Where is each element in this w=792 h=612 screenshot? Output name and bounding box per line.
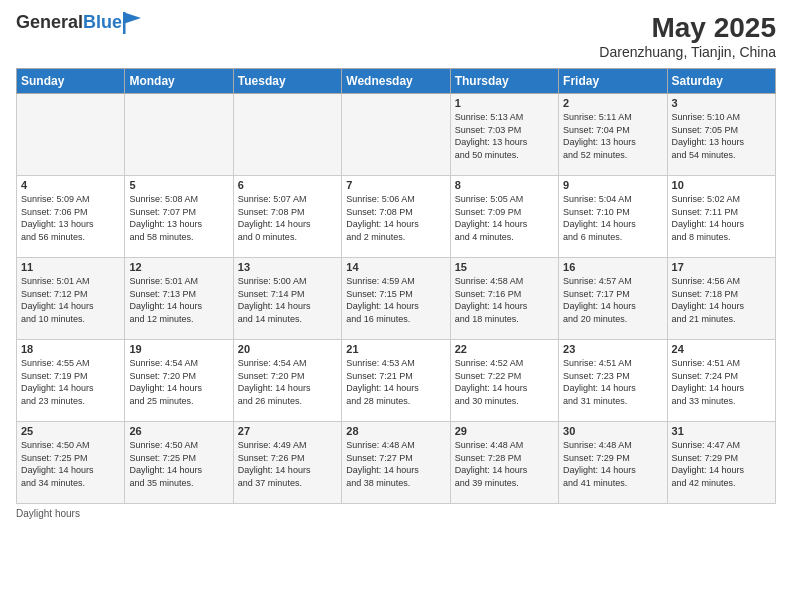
cell-info: Sunrise: 5:08 AMSunset: 7:07 PMDaylight:… (129, 193, 228, 243)
cell-info: Sunrise: 4:49 AMSunset: 7:26 PMDaylight:… (238, 439, 337, 489)
location: Darenzhuang, Tianjin, China (599, 44, 776, 60)
day-number: 1 (455, 97, 554, 109)
day-number: 26 (129, 425, 228, 437)
weekday-header-sunday: Sunday (17, 69, 125, 94)
title-block: May 2025 Darenzhuang, Tianjin, China (599, 12, 776, 60)
weekday-header-tuesday: Tuesday (233, 69, 341, 94)
weekday-header-monday: Monday (125, 69, 233, 94)
day-number: 16 (563, 261, 662, 273)
cell-info: Sunrise: 4:58 AMSunset: 7:16 PMDaylight:… (455, 275, 554, 325)
cell-info: Sunrise: 5:11 AMSunset: 7:04 PMDaylight:… (563, 111, 662, 161)
month-year: May 2025 (599, 12, 776, 44)
day-cell-17: 17Sunrise: 4:56 AMSunset: 7:18 PMDayligh… (667, 258, 775, 340)
cell-info: Sunrise: 5:05 AMSunset: 7:09 PMDaylight:… (455, 193, 554, 243)
day-cell-13: 13Sunrise: 5:00 AMSunset: 7:14 PMDayligh… (233, 258, 341, 340)
cell-info: Sunrise: 4:54 AMSunset: 7:20 PMDaylight:… (238, 357, 337, 407)
day-cell-7: 7Sunrise: 5:06 AMSunset: 7:08 PMDaylight… (342, 176, 450, 258)
logo-flag-icon (123, 12, 141, 34)
cell-info: Sunrise: 5:06 AMSunset: 7:08 PMDaylight:… (346, 193, 445, 243)
cell-info: Sunrise: 4:56 AMSunset: 7:18 PMDaylight:… (672, 275, 771, 325)
empty-cell (342, 94, 450, 176)
day-number: 10 (672, 179, 771, 191)
day-cell-5: 5Sunrise: 5:08 AMSunset: 7:07 PMDaylight… (125, 176, 233, 258)
day-cell-15: 15Sunrise: 4:58 AMSunset: 7:16 PMDayligh… (450, 258, 558, 340)
day-number: 21 (346, 343, 445, 355)
cell-info: Sunrise: 4:50 AMSunset: 7:25 PMDaylight:… (129, 439, 228, 489)
cell-info: Sunrise: 4:55 AMSunset: 7:19 PMDaylight:… (21, 357, 120, 407)
day-cell-19: 19Sunrise: 4:54 AMSunset: 7:20 PMDayligh… (125, 340, 233, 422)
day-number: 20 (238, 343, 337, 355)
day-cell-27: 27Sunrise: 4:49 AMSunset: 7:26 PMDayligh… (233, 422, 341, 504)
weekday-header-saturday: Saturday (667, 69, 775, 94)
svg-marker-0 (123, 12, 141, 24)
day-cell-3: 3Sunrise: 5:10 AMSunset: 7:05 PMDaylight… (667, 94, 775, 176)
week-row-2: 4Sunrise: 5:09 AMSunset: 7:06 PMDaylight… (17, 176, 776, 258)
day-number: 5 (129, 179, 228, 191)
day-number: 6 (238, 179, 337, 191)
day-number: 29 (455, 425, 554, 437)
cell-info: Sunrise: 4:47 AMSunset: 7:29 PMDaylight:… (672, 439, 771, 489)
day-number: 2 (563, 97, 662, 109)
page: GeneralBlue May 2025 Darenzhuang, Tianji… (0, 0, 792, 612)
cell-info: Sunrise: 4:59 AMSunset: 7:15 PMDaylight:… (346, 275, 445, 325)
day-cell-25: 25Sunrise: 4:50 AMSunset: 7:25 PMDayligh… (17, 422, 125, 504)
day-cell-14: 14Sunrise: 4:59 AMSunset: 7:15 PMDayligh… (342, 258, 450, 340)
day-number: 28 (346, 425, 445, 437)
day-number: 4 (21, 179, 120, 191)
day-cell-10: 10Sunrise: 5:02 AMSunset: 7:11 PMDayligh… (667, 176, 775, 258)
weekday-header-row: SundayMondayTuesdayWednesdayThursdayFrid… (17, 69, 776, 94)
cell-info: Sunrise: 5:02 AMSunset: 7:11 PMDaylight:… (672, 193, 771, 243)
logo-wordmark: GeneralBlue (16, 12, 141, 34)
day-cell-21: 21Sunrise: 4:53 AMSunset: 7:21 PMDayligh… (342, 340, 450, 422)
cell-info: Sunrise: 4:52 AMSunset: 7:22 PMDaylight:… (455, 357, 554, 407)
logo: GeneralBlue (16, 12, 141, 34)
cell-info: Sunrise: 5:09 AMSunset: 7:06 PMDaylight:… (21, 193, 120, 243)
day-cell-31: 31Sunrise: 4:47 AMSunset: 7:29 PMDayligh… (667, 422, 775, 504)
day-cell-24: 24Sunrise: 4:51 AMSunset: 7:24 PMDayligh… (667, 340, 775, 422)
cell-info: Sunrise: 5:00 AMSunset: 7:14 PMDaylight:… (238, 275, 337, 325)
day-cell-12: 12Sunrise: 5:01 AMSunset: 7:13 PMDayligh… (125, 258, 233, 340)
day-number: 8 (455, 179, 554, 191)
day-cell-8: 8Sunrise: 5:05 AMSunset: 7:09 PMDaylight… (450, 176, 558, 258)
calendar-table: SundayMondayTuesdayWednesdayThursdayFrid… (16, 68, 776, 504)
weekday-header-friday: Friday (559, 69, 667, 94)
day-cell-6: 6Sunrise: 5:07 AMSunset: 7:08 PMDaylight… (233, 176, 341, 258)
day-number: 27 (238, 425, 337, 437)
day-number: 13 (238, 261, 337, 273)
day-cell-23: 23Sunrise: 4:51 AMSunset: 7:23 PMDayligh… (559, 340, 667, 422)
day-number: 31 (672, 425, 771, 437)
day-number: 12 (129, 261, 228, 273)
day-cell-9: 9Sunrise: 5:04 AMSunset: 7:10 PMDaylight… (559, 176, 667, 258)
empty-cell (125, 94, 233, 176)
day-number: 14 (346, 261, 445, 273)
empty-cell (233, 94, 341, 176)
cell-info: Sunrise: 4:50 AMSunset: 7:25 PMDaylight:… (21, 439, 120, 489)
logo-general: GeneralBlue (16, 13, 122, 33)
day-number: 9 (563, 179, 662, 191)
day-number: 11 (21, 261, 120, 273)
day-number: 25 (21, 425, 120, 437)
week-row-3: 11Sunrise: 5:01 AMSunset: 7:12 PMDayligh… (17, 258, 776, 340)
day-number: 24 (672, 343, 771, 355)
cell-info: Sunrise: 5:13 AMSunset: 7:03 PMDaylight:… (455, 111, 554, 161)
cell-info: Sunrise: 5:01 AMSunset: 7:12 PMDaylight:… (21, 275, 120, 325)
cell-info: Sunrise: 5:10 AMSunset: 7:05 PMDaylight:… (672, 111, 771, 161)
cell-info: Sunrise: 4:48 AMSunset: 7:28 PMDaylight:… (455, 439, 554, 489)
day-cell-22: 22Sunrise: 4:52 AMSunset: 7:22 PMDayligh… (450, 340, 558, 422)
day-cell-1: 1Sunrise: 5:13 AMSunset: 7:03 PMDaylight… (450, 94, 558, 176)
svg-rect-1 (123, 12, 126, 34)
cell-info: Sunrise: 5:01 AMSunset: 7:13 PMDaylight:… (129, 275, 228, 325)
day-number: 7 (346, 179, 445, 191)
cell-info: Sunrise: 5:04 AMSunset: 7:10 PMDaylight:… (563, 193, 662, 243)
day-cell-28: 28Sunrise: 4:48 AMSunset: 7:27 PMDayligh… (342, 422, 450, 504)
cell-info: Sunrise: 5:07 AMSunset: 7:08 PMDaylight:… (238, 193, 337, 243)
day-cell-2: 2Sunrise: 5:11 AMSunset: 7:04 PMDaylight… (559, 94, 667, 176)
cell-info: Sunrise: 4:51 AMSunset: 7:23 PMDaylight:… (563, 357, 662, 407)
week-row-1: 1Sunrise: 5:13 AMSunset: 7:03 PMDaylight… (17, 94, 776, 176)
footer-note: Daylight hours (16, 508, 776, 519)
cell-info: Sunrise: 4:48 AMSunset: 7:27 PMDaylight:… (346, 439, 445, 489)
weekday-header-wednesday: Wednesday (342, 69, 450, 94)
empty-cell (17, 94, 125, 176)
day-cell-16: 16Sunrise: 4:57 AMSunset: 7:17 PMDayligh… (559, 258, 667, 340)
week-row-5: 25Sunrise: 4:50 AMSunset: 7:25 PMDayligh… (17, 422, 776, 504)
